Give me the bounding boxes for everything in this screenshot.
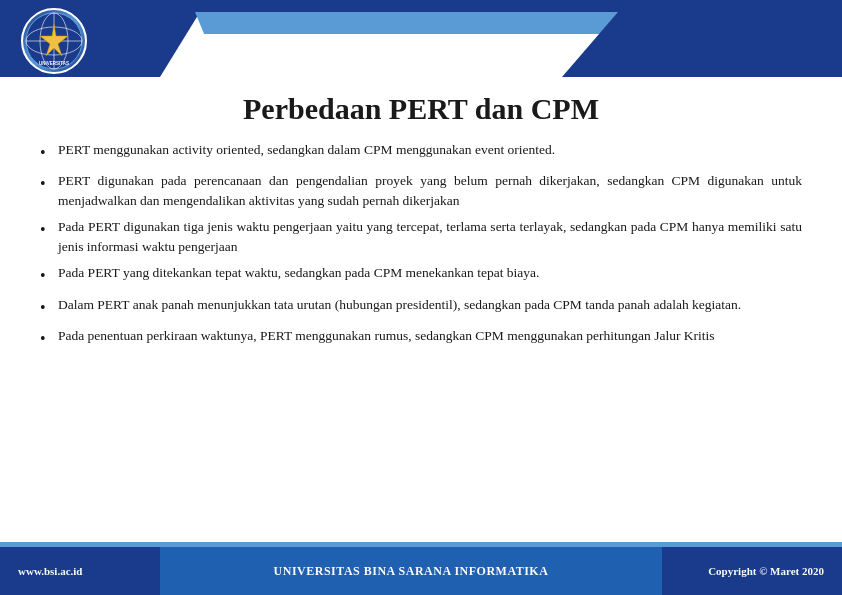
svg-text:UNIVERSITAS: UNIVERSITAS bbox=[39, 61, 69, 66]
bullet-item: •PERT menggunakan activity oriented, sed… bbox=[40, 140, 802, 164]
title-area: Perbedaan PERT dan CPM bbox=[0, 92, 842, 126]
bullet-text: PERT menggunakan activity oriented, seda… bbox=[58, 140, 802, 160]
footer-left: www.bsi.ac.id bbox=[0, 547, 160, 595]
bullet-dot: • bbox=[40, 296, 58, 319]
top-light-strip bbox=[195, 12, 650, 34]
bullet-item: •Dalam PERT anak panah menunjukkan tata … bbox=[40, 295, 802, 319]
bullet-text: Pada PERT digunakan tiga jenis waktu pen… bbox=[58, 217, 802, 256]
bullet-item: •Pada PERT digunakan tiga jenis waktu pe… bbox=[40, 217, 802, 256]
bullet-item: •PERT digunakan pada perencanaan dan pen… bbox=[40, 171, 802, 210]
bullet-text: PERT digunakan pada perencanaan dan peng… bbox=[58, 171, 802, 210]
bullet-dot: • bbox=[40, 264, 58, 287]
logo-container: UNIVERSITAS bbox=[18, 5, 90, 77]
top-header: UNIVERSITAS bbox=[0, 0, 842, 90]
bottom-footer: www.bsi.ac.id UNIVERSITAS BINA SARANA IN… bbox=[0, 547, 842, 595]
bullet-item: •Pada penentuan perkiraan waktunya, PERT… bbox=[40, 326, 802, 350]
logo-svg: UNIVERSITAS bbox=[25, 12, 83, 70]
bullet-list: •PERT menggunakan activity oriented, sed… bbox=[40, 140, 802, 350]
bullet-dot: • bbox=[40, 172, 58, 195]
bullet-dot: • bbox=[40, 141, 58, 164]
content-area: •PERT menggunakan activity oriented, sed… bbox=[40, 140, 802, 525]
bullet-text: Pada penentuan perkiraan waktunya, PERT … bbox=[58, 326, 802, 346]
footer-center: UNIVERSITAS BINA SARANA INFORMATIKA bbox=[160, 547, 662, 595]
bullet-item: •Pada PERT yang ditekankan tepat waktu, … bbox=[40, 263, 802, 287]
top-blue-bar bbox=[0, 0, 842, 12]
slide-title: Perbedaan PERT dan CPM bbox=[0, 92, 842, 126]
bullet-text: Dalam PERT anak panah menunjukkan tata u… bbox=[58, 295, 802, 315]
footer-right: Copyright © Maret 2020 bbox=[662, 547, 842, 595]
bullet-dot: • bbox=[40, 327, 58, 350]
bullet-dot: • bbox=[40, 218, 58, 241]
slide-container: UNIVERSITAS Perbedaan PERT dan CPM •PERT… bbox=[0, 0, 842, 595]
bullet-text: Pada PERT yang ditekankan tepat waktu, s… bbox=[58, 263, 802, 283]
logo-inner: UNIVERSITAS bbox=[23, 10, 85, 72]
